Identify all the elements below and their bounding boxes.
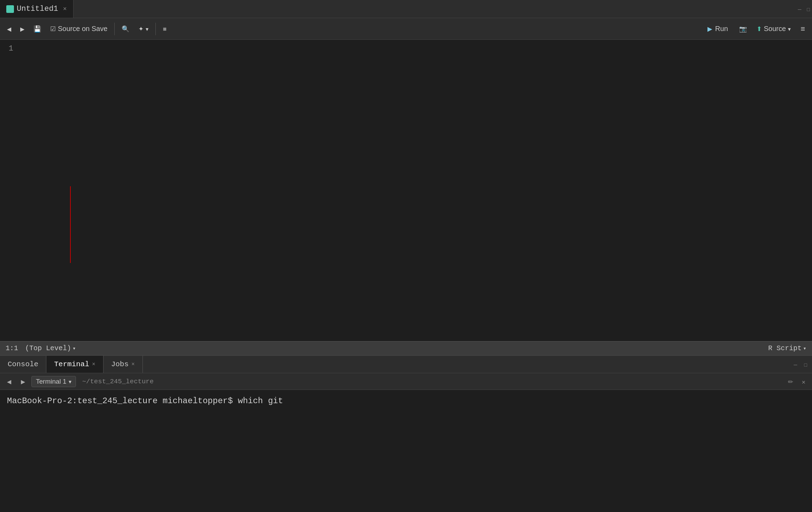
forward-icon	[20, 25, 24, 33]
line-number-1: 1	[3, 43, 13, 55]
tab-untitled1[interactable]: Untitled1 ×	[0, 0, 74, 18]
editor-content[interactable]	[20, 40, 812, 341]
camera-button[interactable]	[736, 23, 750, 35]
source-on-save-label: Source on Save	[58, 25, 107, 33]
terminal-tab-close[interactable]: ×	[92, 361, 95, 368]
wand-icon	[138, 25, 144, 33]
tab-bar: Untitled1 ×	[0, 0, 812, 18]
source-on-save-button[interactable]: Source on Save	[47, 23, 111, 35]
pencil-icon	[788, 377, 793, 386]
tab-label: Untitled1	[17, 5, 58, 13]
tab-terminal[interactable]: Terminal ×	[46, 356, 103, 373]
minimize-icon	[798, 5, 802, 13]
scope-dropdown[interactable]: (Top Level)	[25, 344, 76, 352]
line-numbers: 1	[0, 40, 20, 341]
scope-chevron-icon	[72, 344, 76, 352]
back-icon	[7, 25, 11, 33]
file-type-label: R Script	[768, 344, 802, 352]
jobs-tab-label: Jobs	[111, 360, 129, 368]
panel-toolbar-right	[785, 376, 809, 387]
source-button[interactable]: Source	[753, 23, 794, 35]
terminal-close-btn[interactable]	[799, 376, 809, 387]
maximize-icon	[807, 5, 810, 13]
menu-icon: ≡	[800, 24, 805, 33]
editor-toolbar: Source on Save Run Source ≡	[0, 18, 812, 40]
rect-icon	[163, 25, 167, 33]
panel-window-controls	[792, 360, 812, 369]
camera-icon	[739, 25, 747, 33]
terminal-pencil-btn[interactable]	[785, 376, 796, 387]
terminal-x-icon	[802, 377, 806, 386]
terminal-path: ~/test_245_lecture	[79, 376, 157, 387]
terminal-forward-icon	[21, 377, 25, 385]
cursor-position: 1:1	[6, 344, 18, 352]
tab-close-btn[interactable]: ×	[63, 6, 67, 13]
wand-button[interactable]	[135, 23, 152, 35]
search-button[interactable]	[118, 23, 133, 35]
checkbox-icon	[50, 25, 56, 33]
source-chevron-icon	[788, 25, 791, 33]
forward-button[interactable]	[17, 23, 28, 35]
panel-minimize-btn[interactable]	[792, 360, 799, 369]
wand-chevron-icon	[146, 25, 148, 33]
source-label: Source	[764, 25, 786, 33]
toolbar-sep2	[155, 23, 156, 35]
terminal-tab-label: Terminal	[54, 360, 89, 368]
tab-icon	[6, 5, 14, 13]
status-right: R Script	[768, 344, 806, 352]
red-line-indicator	[70, 186, 71, 263]
bottom-panel: Console Terminal × Jobs × Terminal 1 ~/t…	[0, 355, 812, 512]
terminal-content[interactable]: MacBook-Pro-2:test_245_lecture michaelto…	[0, 390, 812, 512]
terminal-name-button[interactable]: Terminal 1	[31, 376, 76, 387]
toolbar-sep1	[114, 23, 115, 35]
minimize-btn[interactable]	[796, 4, 804, 14]
panel-maximize-icon	[804, 360, 807, 368]
panel-minimize-icon	[794, 360, 797, 368]
window-controls	[796, 4, 812, 14]
search-icon	[122, 25, 129, 33]
source-icon	[757, 25, 762, 33]
panel-maximize-btn[interactable]	[802, 360, 809, 369]
console-tab-label: Console	[8, 360, 38, 368]
rect-button[interactable]	[159, 23, 170, 35]
terminal-forward-btn[interactable]	[17, 376, 29, 387]
terminal-back-btn[interactable]	[3, 376, 15, 387]
editor-container: 1	[0, 40, 812, 341]
file-type-dropdown[interactable]: R Script	[768, 344, 806, 352]
terminal-output: MacBook-Pro-2:test_245_lecture michaelto…	[7, 396, 283, 406]
scope-label: (Top Level)	[25, 344, 71, 352]
run-button[interactable]: Run	[703, 23, 733, 35]
save-button[interactable]	[30, 23, 45, 35]
status-bar: 1:1 (Top Level) R Script	[0, 341, 812, 355]
panel-tab-bar: Console Terminal × Jobs ×	[0, 356, 812, 373]
toolbar-right: Run Source ≡	[703, 22, 809, 36]
panel-toolbar: Terminal 1 ~/test_245_lecture	[0, 373, 812, 390]
terminal-back-icon	[7, 377, 11, 385]
terminal-name-label: Terminal 1	[36, 378, 67, 385]
save-icon	[33, 25, 41, 33]
menu-button[interactable]: ≡	[797, 22, 809, 36]
filetype-chevron-icon	[803, 344, 806, 352]
terminal-name-chevron	[69, 378, 71, 385]
run-label: Run	[715, 25, 728, 33]
maximize-btn[interactable]	[805, 4, 812, 14]
tab-jobs[interactable]: Jobs ×	[104, 356, 143, 373]
jobs-tab-close[interactable]: ×	[131, 361, 135, 368]
tab-console[interactable]: Console	[0, 356, 46, 373]
run-icon	[707, 25, 712, 33]
back-button[interactable]	[3, 23, 15, 35]
